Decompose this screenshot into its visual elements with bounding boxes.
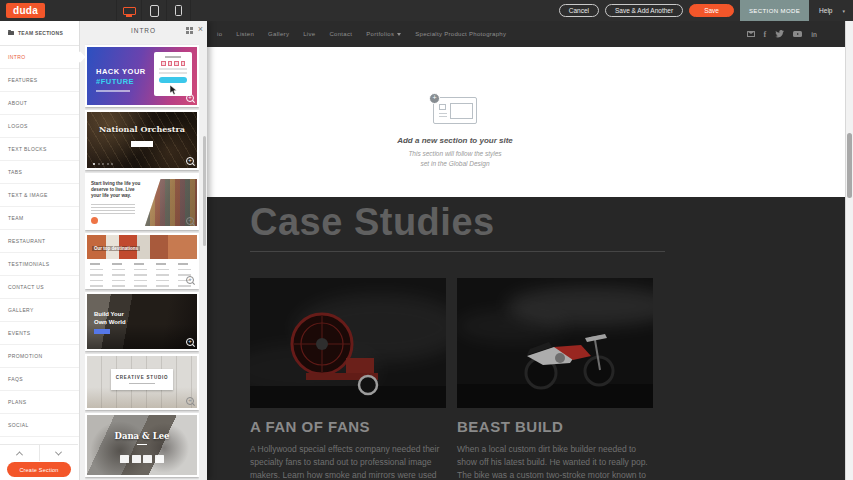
sidebar-item-text-and-image[interactable]: TEXT & IMAGE [0, 184, 79, 207]
case-study-card-fan-of-fans: A FAN OF FANS A Hollywood special effect… [250, 278, 446, 480]
template-thumbnail-live-your-way[interactable]: Start living the life you deserve to liv… [85, 173, 199, 230]
linkedin-icon[interactable]: in [811, 31, 817, 38]
cancel-button[interactable]: Cancel [559, 4, 599, 17]
folder-icon [8, 31, 14, 35]
save-and-add-another-button[interactable]: Save & Add Another [605, 4, 683, 17]
template-thumbnail-dana-and-lee[interactable]: Dana & Lee [85, 413, 199, 477]
add-section-subtitle: set in the Global Design [355, 159, 555, 169]
card-body: When a local custom dirt bike builder ne… [457, 443, 653, 480]
thumb-text: Own World [94, 319, 126, 325]
template-thumbnail-build-your-own-world[interactable]: Build Your Own World [85, 292, 199, 351]
nav-item-specialty-product-photography[interactable]: Specialty Product Photography [415, 31, 506, 37]
thumb-text: National Orchestra [87, 124, 197, 134]
scroll-down-button[interactable] [40, 445, 79, 461]
sidebar-item-testimonials[interactable]: TESTIMONIALS [0, 253, 79, 276]
thumb-text: #FUTURE [96, 77, 134, 86]
template-thumbnail-top-destinations[interactable]: Our top destinations [85, 233, 199, 289]
twitter-icon[interactable] [775, 30, 784, 38]
panel-header: INTRO × [80, 21, 207, 39]
sidebar-item-promotion[interactable]: PROMOTION [0, 345, 79, 368]
title-card-placeholder: CREATIVE STUDIO [111, 369, 173, 390]
street-photo-placeholder: Our top destinations [87, 235, 197, 259]
chevron-down-icon [397, 33, 401, 36]
table-placeholder [87, 259, 197, 287]
tablet-icon [150, 5, 159, 17]
save-button[interactable]: Save [689, 4, 734, 17]
mobile-device-button[interactable] [166, 0, 191, 21]
nav-item-live[interactable]: Live [303, 31, 315, 37]
sidebar-item-intro[interactable]: INTRO [0, 46, 79, 69]
cta-button-placeholder [94, 329, 110, 334]
topbar-actions: Cancel Save & Add Another Save SECTION M… [559, 0, 853, 21]
scrollbar-thumb[interactable] [847, 133, 852, 198]
create-section-button[interactable]: Create Section [7, 462, 71, 477]
sections-sidebar: TEAM SECTIONS INTRO FEATURES ABOUT LOGOS… [0, 21, 80, 480]
sidebar-item-features[interactable]: FEATURES [0, 69, 79, 92]
nav-item-portfolios[interactable]: Portfolios [366, 31, 401, 37]
thumb-text: Build Your [94, 311, 124, 317]
case-studies-section: Case Studies [207, 197, 845, 480]
help-menu[interactable]: Help ▾ [809, 7, 853, 14]
youtube-icon[interactable] [793, 31, 802, 37]
empty-section-zone: + Add a new section to your site This se… [207, 47, 845, 197]
nav-item-truncated[interactable]: io [217, 31, 222, 37]
sidebar-item-gallery[interactable]: GALLERY [0, 299, 79, 322]
sidebar-item-text-blocks[interactable]: TEXT BLOCKS [0, 138, 79, 161]
zoom-preview-icon[interactable] [186, 338, 194, 346]
template-thumbnail-creative-studio[interactable]: CREATIVE STUDIO [85, 354, 199, 410]
add-section-dropzone[interactable]: + Add a new section to your site This se… [355, 97, 555, 169]
grid-view-icon[interactable] [186, 27, 193, 34]
sidebar-item-contact-us[interactable]: CONTACT US [0, 276, 79, 299]
help-label: Help [819, 7, 832, 14]
sidebar-item-tabs[interactable]: TABS [0, 161, 79, 184]
divider [250, 251, 665, 252]
caret-down-icon: ▾ [842, 8, 845, 14]
panel-scrollbar[interactable] [203, 136, 206, 246]
sidebar-item-about[interactable]: ABOUT [0, 92, 79, 115]
plus-badge-icon: + [429, 93, 440, 104]
template-thumbnail-national-orchestra[interactable]: National Orchestra [85, 110, 199, 170]
close-icon[interactable]: × [198, 24, 203, 34]
zoom-preview-icon[interactable] [186, 276, 194, 284]
template-thumbnail-list: HACK YOUR #FUTURE National Orchestra [85, 39, 199, 480]
intro-templates-panel: INTRO × HACK YOUR #FUTURE [80, 21, 207, 480]
desktop-device-button[interactable] [116, 0, 141, 21]
duda-section-editor: duda Cancel Save & Add Another Save SECT… [0, 0, 853, 480]
page-scrollbar[interactable] [845, 21, 853, 480]
sidebar-item-social[interactable]: SOCIAL [0, 414, 79, 437]
sidebar-item-faqs[interactable]: FAQS [0, 368, 79, 391]
nav-item-listen[interactable]: Listen [236, 31, 254, 37]
chevron-up-icon [16, 451, 23, 458]
template-thumbnail-hack-your-future[interactable]: HACK YOUR #FUTURE [85, 45, 199, 107]
card-body: A Hollywood special effects company need… [250, 443, 446, 480]
site-nav: io Listen Gallery Live Contact Portfolio… [207, 21, 845, 47]
zoom-preview-icon[interactable] [186, 217, 194, 225]
sidebar-item-events[interactable]: EVENTS [0, 322, 79, 345]
topbar: duda Cancel Save & Add Another Save SECT… [0, 0, 853, 21]
facebook-icon[interactable]: f [764, 30, 767, 39]
duda-logo[interactable]: duda [6, 3, 45, 18]
thumb-text: HACK YOUR [96, 67, 146, 76]
email-icon[interactable] [747, 31, 755, 37]
scroll-up-button[interactable] [0, 445, 40, 461]
cursor-icon [170, 85, 178, 95]
sidebar-item-plans[interactable]: PLANS [0, 391, 79, 414]
case-study-cards: A FAN OF FANS A Hollywood special effect… [250, 278, 845, 480]
add-section-icon: + [433, 97, 477, 124]
zoom-preview-icon[interactable] [186, 157, 194, 165]
card-title: BEAST BUILD [457, 418, 653, 435]
sidebar-item-team[interactable]: TEAM [0, 207, 79, 230]
cta-button-placeholder [159, 77, 187, 83]
button-placeholder [131, 141, 153, 147]
sidebar-header-label: TEAM SECTIONS [18, 30, 63, 36]
tablet-device-button[interactable] [141, 0, 166, 21]
card-title: A FAN OF FANS [250, 418, 446, 435]
nav-item-contact[interactable]: Contact [329, 31, 352, 37]
sidebar-item-logos[interactable]: LOGOS [0, 115, 79, 138]
zoom-preview-icon[interactable] [186, 94, 194, 102]
sidebar-item-restaurant[interactable]: RESTAURANT [0, 230, 79, 253]
nav-item-gallery[interactable]: Gallery [268, 31, 289, 37]
zoom-preview-icon[interactable] [186, 397, 194, 405]
dirt-bike-photo [457, 278, 653, 408]
cta-button-placeholder [91, 217, 98, 224]
